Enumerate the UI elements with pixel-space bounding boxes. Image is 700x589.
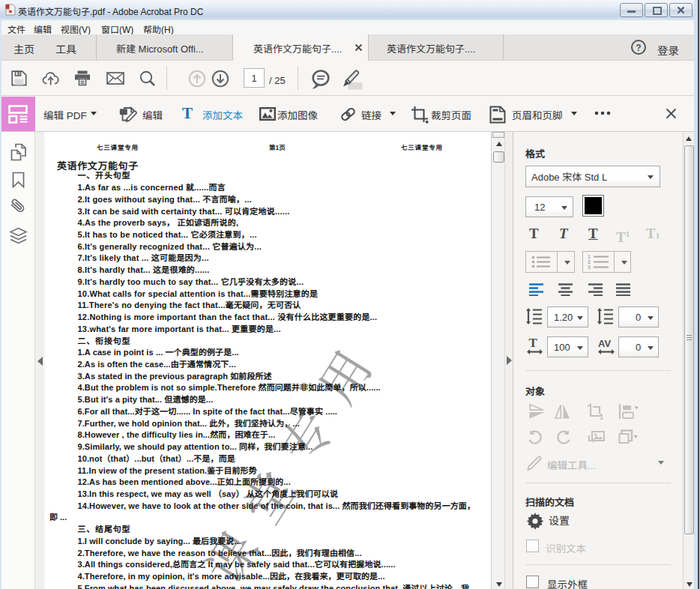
- svg-text:1: 1: [588, 254, 591, 259]
- svg-text:T: T: [529, 336, 538, 350]
- svg-text:3: 3: [588, 265, 591, 270]
- svg-text:AV: AV: [598, 338, 611, 349]
- svg-text:2: 2: [588, 259, 591, 265]
